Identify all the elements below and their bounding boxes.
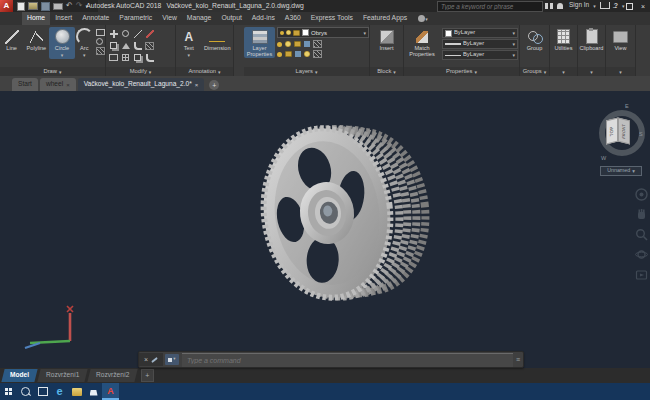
layer-walk-icon[interactable] [277, 52, 282, 57]
autocad-app-menu-icon[interactable]: A [0, 0, 13, 12]
mirror-icon[interactable] [122, 43, 130, 49]
utilities-panel-label[interactable]: ▾ [550, 67, 577, 76]
command-customize-wrench-icon[interactable] [151, 356, 158, 362]
redo-icon[interactable]: ↷ [76, 2, 83, 10]
compass-east-label[interactable]: E [625, 104, 629, 110]
close-button[interactable]: × [636, 0, 650, 12]
ribbon-tab-view[interactable]: View [157, 12, 182, 25]
start-button[interactable] [0, 383, 17, 400]
layer-freeze-icon[interactable] [285, 41, 291, 47]
fillet-icon[interactable] [134, 42, 142, 50]
text-button[interactable]: A Text ▾ [176, 27, 202, 59]
group-button[interactable]: Group [521, 27, 549, 53]
trim-icon[interactable] [134, 30, 142, 38]
rectangle-icon[interactable] [96, 29, 105, 36]
zoom-magnifier-icon[interactable] [635, 228, 648, 241]
properties-panel-label[interactable]: Properties▾ [404, 67, 519, 76]
file-explorer-button[interactable] [68, 383, 85, 400]
command-recent-icon[interactable]: ▾ [165, 354, 179, 365]
ribbon-tab-output[interactable]: Output [216, 12, 246, 25]
close-tab-icon[interactable]: × [66, 82, 70, 88]
gear-3d-model[interactable] [248, 116, 452, 314]
insert-block-button[interactable]: Insert [372, 27, 402, 53]
layout2-tab[interactable]: Rozvržení2 [88, 369, 139, 382]
layer-delete-icon[interactable] [313, 50, 322, 58]
explode-icon[interactable] [145, 42, 154, 50]
polyline-button[interactable]: Polyline [23, 27, 49, 53]
minimize-button[interactable]: – [608, 0, 622, 12]
compass-west-label[interactable]: W [601, 156, 606, 162]
new-file-icon[interactable] [17, 2, 25, 11]
layers-panel-label[interactable]: Layers▾ [244, 67, 369, 76]
restore-button[interactable] [622, 0, 636, 12]
ribbon-tab-featured-apps[interactable]: Featured Apps [358, 12, 412, 25]
sign-in-caret-icon[interactable]: ▾ [593, 4, 596, 9]
viewcube[interactable]: E S W TOP FRONT Unnamed ▾ [595, 100, 650, 180]
layer-dropdown[interactable]: Obrys ▾ [277, 27, 369, 38]
array-icon[interactable] [122, 54, 129, 61]
hatch-icon[interactable] [96, 47, 105, 55]
rotate-icon[interactable] [122, 30, 129, 37]
linetype-dropdown[interactable]: ByLayer ▾ [442, 50, 518, 60]
layer-unlock-icon[interactable] [285, 51, 292, 57]
draw-panel-label[interactable]: Draw▾ [0, 67, 105, 76]
layer-match-icon[interactable] [313, 40, 322, 48]
layer-dropdown-caret-icon[interactable]: ▾ [363, 31, 366, 36]
layer-unisolate-icon[interactable] [295, 51, 301, 57]
clipboard-button[interactable]: Clipboard [578, 27, 605, 53]
file-tab-start[interactable]: Start [12, 78, 38, 91]
ribbon-tab-parametric[interactable]: Parametric [114, 12, 157, 25]
compass-south-label[interactable]: S [639, 132, 643, 138]
ribbon-tab-a360[interactable]: A360 [280, 12, 306, 25]
utilities-button[interactable]: Utilities [550, 27, 577, 53]
save-icon[interactable] [41, 2, 50, 11]
taskbar-search-button[interactable] [17, 383, 34, 400]
layout1-tab[interactable]: Rozvržení1 [37, 369, 88, 382]
ribbon-tab-addins[interactable]: Add-ins [247, 12, 280, 25]
annotation-panel-label[interactable]: Annotation▾ [176, 67, 233, 76]
stretch-icon[interactable] [109, 54, 118, 61]
copy-icon[interactable] [110, 42, 117, 49]
circle-button[interactable]: Circle ▾ [49, 27, 74, 59]
arc-button[interactable]: Arc ▾ [75, 27, 94, 59]
named-view-dropdown[interactable]: Unnamed ▾ [600, 166, 642, 176]
autocad-taskbar-button[interactable]: A [102, 383, 119, 400]
viewcube-front-face[interactable]: FRONT [618, 118, 630, 145]
view-button[interactable]: View [607, 27, 635, 53]
offset-icon[interactable] [134, 54, 141, 61]
store-button[interactable] [85, 383, 102, 400]
ucs-icon[interactable] [20, 300, 76, 352]
ribbon-tab-home[interactable]: Home [22, 12, 50, 25]
dimension-button[interactable]: Dimension [202, 27, 233, 53]
ribbon-tab-express-tools[interactable]: Express Tools [306, 12, 358, 25]
modify-panel-label[interactable]: Modify▾ [106, 67, 175, 76]
plot-icon[interactable] [53, 3, 63, 10]
match-properties-button[interactable]: Match Properties [404, 27, 440, 58]
command-menu-icon[interactable]: ≡ [513, 356, 523, 363]
search-binoculars-icon[interactable] [545, 3, 553, 9]
layer-properties-button[interactable]: Layer Properties [244, 27, 275, 58]
view-panel-label[interactable]: ▾ [606, 67, 635, 76]
ribbon-tab-annotate[interactable]: Annotate [77, 12, 114, 25]
task-view-button[interactable] [34, 383, 51, 400]
new-layout-button[interactable]: + [141, 369, 154, 382]
layer-off-icon[interactable] [277, 42, 282, 47]
move-icon[interactable] [110, 30, 118, 38]
ribbon-tab-insert[interactable]: Insert [50, 12, 77, 25]
orbit-icon[interactable] [635, 248, 648, 261]
file-tab-active[interactable]: Vačkové_kolo_Renault_Laguna_2.0* × [78, 78, 205, 91]
sign-in-button[interactable]: Sign In [569, 2, 589, 9]
pan-hand-icon[interactable] [635, 208, 648, 221]
groups-panel-label[interactable]: Groups▾ [520, 67, 549, 76]
layer-isolate-icon[interactable] [304, 41, 310, 47]
help-search-input[interactable] [438, 3, 537, 10]
command-input[interactable] [182, 353, 513, 367]
lineweight-dropdown[interactable]: ByLayer ▾ [442, 39, 518, 49]
chamfer-icon[interactable] [146, 54, 154, 62]
ribbon-settings-icon[interactable] [418, 15, 425, 22]
layer-merge-icon[interactable] [304, 51, 310, 57]
help-search-box[interactable] [437, 1, 543, 12]
showmotion-icon[interactable] [635, 268, 648, 281]
viewcube-top-face[interactable]: TOP [606, 118, 618, 145]
command-line[interactable]: × ▾ ≡ [138, 351, 524, 368]
